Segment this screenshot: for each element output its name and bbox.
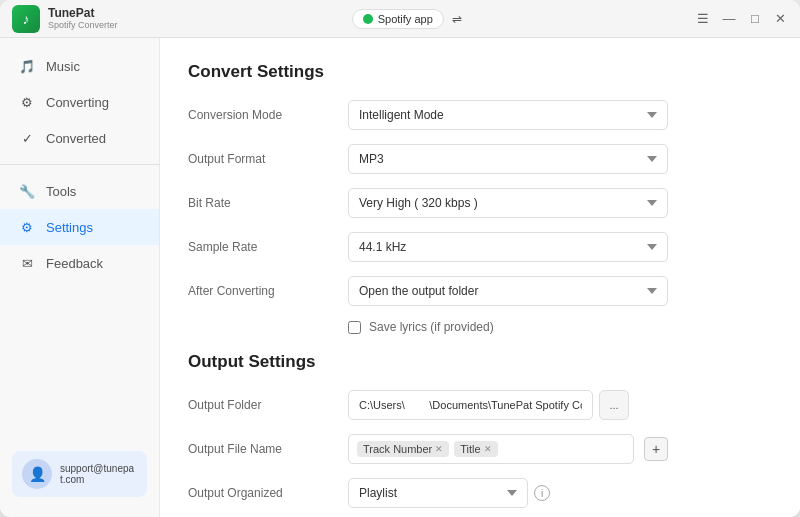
after-converting-control: Open the output folderDo nothingShut dow… xyxy=(348,276,668,306)
sidebar-item-converted[interactable]: ✓ Converted xyxy=(0,120,159,156)
title-bar: ♪ TunePat Spotify Converter Spotify app … xyxy=(0,0,800,38)
sidebar-label-converting: Converting xyxy=(46,95,109,110)
after-converting-row: After Converting Open the output folderD… xyxy=(188,276,772,306)
minimize-button[interactable]: — xyxy=(722,12,736,26)
spotify-dot xyxy=(363,14,373,24)
menu-button[interactable]: ☰ xyxy=(696,12,710,26)
sidebar-label-converted: Converted xyxy=(46,131,106,146)
sidebar-label-feedback: Feedback xyxy=(46,256,103,271)
tag-track-number-close[interactable]: ✕ xyxy=(435,444,443,454)
sample-rate-label: Sample Rate xyxy=(188,240,348,254)
output-format-label: Output Format xyxy=(188,152,348,166)
feedback-icon: ✉ xyxy=(18,254,36,272)
conversion-mode-control: Intelligent ModeYouTube Mode xyxy=(348,100,668,130)
music-icon: 🎵 xyxy=(18,57,36,75)
title-bar-center: Spotify app ⇌ xyxy=(352,9,462,29)
output-organized-info-icon[interactable]: i xyxy=(534,485,550,501)
bit-rate-select[interactable]: Very High ( 320 kbps )High ( 256 kbps )M… xyxy=(348,188,668,218)
output-settings-title: Output Settings xyxy=(188,352,772,372)
app-icon-char: ♪ xyxy=(23,11,30,27)
user-card[interactable]: 👤 support@tunepat.com xyxy=(12,451,147,497)
app-body: 🎵 Music ⚙ Converting ✓ Converted 🔧 Tools… xyxy=(0,38,800,517)
app-title-block: TunePat Spotify Converter xyxy=(48,6,118,31)
output-organized-select[interactable]: PlaylistArtistAlbumNone xyxy=(348,478,528,508)
output-organized-row: Output Organized PlaylistArtistAlbumNone… xyxy=(188,478,772,508)
output-file-name-control: Track Number ✕ Title ✕ + xyxy=(348,434,668,464)
maximize-button[interactable]: □ xyxy=(748,12,762,26)
save-lyrics-label: Save lyrics (if provided) xyxy=(369,320,494,334)
sidebar-label-music: Music xyxy=(46,59,80,74)
output-format-control: MP3AACFLACWAV xyxy=(348,144,668,174)
bit-rate-label: Bit Rate xyxy=(188,196,348,210)
tag-title: Title ✕ xyxy=(454,441,497,457)
main-content: Convert Settings Conversion Mode Intelli… xyxy=(160,38,800,517)
output-format-row: Output Format MP3AACFLACWAV xyxy=(188,144,772,174)
sidebar-item-music[interactable]: 🎵 Music xyxy=(0,48,159,84)
output-organized-label: Output Organized xyxy=(188,486,348,500)
sidebar-divider xyxy=(0,164,159,165)
sidebar-bottom: 👤 support@tunepat.com xyxy=(0,441,159,507)
app-subtitle: Spotify Converter xyxy=(48,20,118,31)
tag-track-number-label: Track Number xyxy=(363,443,432,455)
output-format-select[interactable]: MP3AACFLACWAV xyxy=(348,144,668,174)
output-folder-browse-button[interactable]: ... xyxy=(599,390,629,420)
app-name: TunePat xyxy=(48,6,118,20)
settings-icon: ⚙ xyxy=(18,218,36,236)
output-folder-label: Output Folder xyxy=(188,398,348,412)
tag-title-label: Title xyxy=(460,443,480,455)
switch-icon[interactable]: ⇌ xyxy=(452,12,462,26)
after-converting-label: After Converting xyxy=(188,284,348,298)
bit-rate-control: Very High ( 320 kbps )High ( 256 kbps )M… xyxy=(348,188,668,218)
tags-input-container: Track Number ✕ Title ✕ xyxy=(348,434,634,464)
app-window: ♪ TunePat Spotify Converter Spotify app … xyxy=(0,0,800,517)
after-converting-select[interactable]: Open the output folderDo nothingShut dow… xyxy=(348,276,668,306)
tag-track-number: Track Number ✕ xyxy=(357,441,449,457)
output-file-name-row: Output File Name Track Number ✕ Title ✕ … xyxy=(188,434,772,464)
sidebar-item-feedback[interactable]: ✉ Feedback xyxy=(0,245,159,281)
output-folder-row: Output Folder ... xyxy=(188,390,772,420)
title-bar-left: ♪ TunePat Spotify Converter xyxy=(12,5,118,33)
title-bar-right: ☰ — □ ✕ xyxy=(696,12,788,26)
output-folder-control: ... xyxy=(348,390,668,420)
save-lyrics-row: Save lyrics (if provided) xyxy=(348,320,772,334)
sidebar-item-settings[interactable]: ⚙ Settings xyxy=(0,209,159,245)
tag-title-close[interactable]: ✕ xyxy=(484,444,492,454)
output-folder-input[interactable] xyxy=(348,390,593,420)
sample-rate-select[interactable]: 44.1 kHz48 kHz96 kHz xyxy=(348,232,668,262)
source-label: Spotify app xyxy=(378,13,433,25)
source-badge[interactable]: Spotify app xyxy=(352,9,444,29)
app-icon: ♪ xyxy=(12,5,40,33)
sidebar-label-tools: Tools xyxy=(46,184,76,199)
user-email: support@tunepat.com xyxy=(60,463,137,485)
sidebar-label-settings: Settings xyxy=(46,220,93,235)
conversion-mode-select[interactable]: Intelligent ModeYouTube Mode xyxy=(348,100,668,130)
sidebar: 🎵 Music ⚙ Converting ✓ Converted 🔧 Tools… xyxy=(0,38,160,517)
conversion-mode-label: Conversion Mode xyxy=(188,108,348,122)
output-file-name-label: Output File Name xyxy=(188,442,348,456)
sidebar-item-tools[interactable]: 🔧 Tools xyxy=(0,173,159,209)
bit-rate-row: Bit Rate Very High ( 320 kbps )High ( 25… xyxy=(188,188,772,218)
convert-settings-title: Convert Settings xyxy=(188,62,772,82)
close-button[interactable]: ✕ xyxy=(774,12,788,26)
add-tag-button[interactable]: + xyxy=(644,437,668,461)
converted-icon: ✓ xyxy=(18,129,36,147)
sample-rate-row: Sample Rate 44.1 kHz48 kHz96 kHz xyxy=(188,232,772,262)
tools-icon: 🔧 xyxy=(18,182,36,200)
sample-rate-control: 44.1 kHz48 kHz96 kHz xyxy=(348,232,668,262)
save-lyrics-checkbox[interactable] xyxy=(348,321,361,334)
sidebar-item-converting[interactable]: ⚙ Converting xyxy=(0,84,159,120)
converting-icon: ⚙ xyxy=(18,93,36,111)
user-avatar: 👤 xyxy=(22,459,52,489)
conversion-mode-row: Conversion Mode Intelligent ModeYouTube … xyxy=(188,100,772,130)
